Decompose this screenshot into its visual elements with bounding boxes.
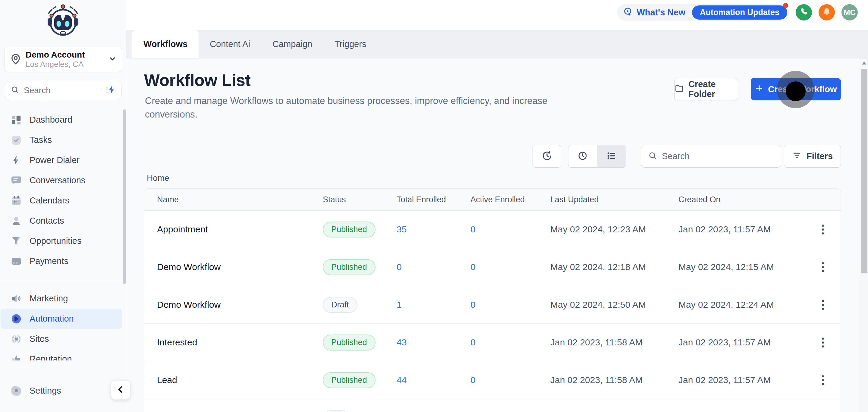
- list-view-toggle[interactable]: [597, 145, 626, 167]
- avatar[interactable]: MC: [841, 4, 858, 21]
- sidebar-item-payments[interactable]: Payments: [1, 251, 122, 271]
- workflow-row-demo-workflow[interactable]: Demo Workflow Draft 1 0 May 02 2024, 12:…: [144, 286, 841, 324]
- sidebar-item-dashboard[interactable]: Dashboard: [1, 110, 122, 130]
- breadcrumb[interactable]: Home: [147, 173, 169, 183]
- automation-updates-button[interactable]: Automation Updates: [692, 5, 787, 20]
- tab-label: Triggers: [335, 39, 366, 49]
- account-info: Demo Account Los Angeles, CA: [26, 50, 108, 69]
- tab-content-ai[interactable]: Content Ai: [198, 30, 261, 58]
- tab-workflows[interactable]: Workflows: [132, 30, 198, 58]
- active-enrolled-link[interactable]: 0: [470, 337, 475, 347]
- row-actions-menu[interactable]: [805, 222, 841, 237]
- tab-triggers[interactable]: Triggers: [323, 30, 377, 58]
- total-enrolled-link[interactable]: 35: [397, 224, 407, 234]
- top-header: What's New Automation Updates MC: [126, 0, 868, 30]
- clock-icon: [577, 150, 588, 162]
- created-on-value: Jan 02 2023, 11:57 AM: [675, 337, 802, 348]
- scrollbar-thumb[interactable]: [861, 69, 867, 273]
- partial-row-status-pill: [324, 410, 348, 412]
- create-folder-button[interactable]: Create Folder: [674, 78, 738, 100]
- sidebar-item-label: Opportunities: [30, 236, 82, 246]
- created-on-value: Jan 02 2023, 11:57 AM: [675, 224, 802, 234]
- opportunities-icon: [10, 235, 22, 247]
- sidebar: Demo Account Los Angeles, CA Dashboard T…: [0, 0, 126, 412]
- workflow-row-interested[interactable]: Interested Published 43 0 Jan 02 2023, 1…: [144, 324, 841, 361]
- workflow-search-input[interactable]: [662, 151, 774, 161]
- chevron-down-icon: [108, 54, 117, 64]
- workflow-name[interactable]: Demo Workflow: [144, 262, 320, 272]
- table-header-row: Name Status Total Enrolled Active Enroll…: [144, 189, 841, 211]
- workflow-name[interactable]: Interested: [144, 337, 320, 348]
- folder-icon: [675, 84, 684, 95]
- total-enrolled-link[interactable]: 43: [397, 337, 407, 347]
- sidebar-item-opportunities[interactable]: Opportunities: [1, 231, 122, 251]
- sidebar-item-label: Calendars: [30, 196, 69, 205]
- row-actions-menu[interactable]: [805, 372, 841, 388]
- sidebar-nav: Dashboard Tasks Power Dialer Conversatio…: [0, 110, 126, 360]
- search-icon: [648, 151, 658, 162]
- phone-icon: [799, 7, 809, 18]
- sidebar-item-label: Power Dialer: [30, 155, 80, 165]
- quick-actions-bolt-icon[interactable]: [105, 85, 116, 96]
- workflow-search[interactable]: [641, 145, 781, 167]
- workflow-name[interactable]: Appointment: [144, 224, 320, 234]
- workflow-name[interactable]: Demo Workflow: [144, 299, 320, 310]
- active-enrolled-link[interactable]: 0: [470, 224, 475, 234]
- calendars-icon: [10, 195, 22, 207]
- list-icon: [606, 150, 617, 162]
- notification-dot: [783, 3, 788, 8]
- sidebar-item-sites[interactable]: Sites: [1, 329, 122, 349]
- workflow-row-lead[interactable]: Lead Published 44 0 Jan 02 2023, 11:58 A…: [144, 361, 841, 399]
- workflow-row-demo-workflow[interactable]: Demo Workflow Published 0 0 May 02 2024,…: [144, 248, 841, 286]
- sidebar-item-tasks[interactable]: Tasks: [1, 130, 122, 150]
- recent-view-toggle[interactable]: [568, 145, 597, 167]
- total-enrolled-link[interactable]: 1: [397, 299, 402, 310]
- sidebar-item-label: Payments: [30, 256, 68, 266]
- sidebar-item-settings[interactable]: Settings: [10, 385, 61, 397]
- whats-new-button[interactable]: What's New Automation Updates: [617, 4, 789, 21]
- sidebar-item-conversations[interactable]: Conversations: [1, 170, 122, 190]
- last-updated-value: Jan 02 2023, 11:58 AM: [547, 375, 675, 385]
- enrollment-history-button[interactable]: [532, 145, 561, 167]
- sidebar-item-automation[interactable]: Automation: [1, 309, 122, 329]
- total-enrolled-link[interactable]: 0: [397, 262, 402, 272]
- sidebar-item-contacts[interactable]: Contacts: [1, 211, 122, 231]
- sidebar-search-input[interactable]: [24, 86, 105, 95]
- sidebar-item-power-dialer[interactable]: Power Dialer: [1, 150, 122, 170]
- click-indicator: [786, 82, 806, 101]
- workflow-name[interactable]: Lead: [144, 375, 320, 385]
- chevron-left-icon: [116, 384, 126, 396]
- sidebar-item-calendars[interactable]: Calendars: [1, 190, 122, 211]
- sidebar-item-marketing[interactable]: Marketing: [1, 288, 122, 309]
- account-switcher[interactable]: Demo Account Los Angeles, CA: [4, 47, 122, 72]
- active-enrolled-link[interactable]: 0: [470, 375, 475, 385]
- scrollbar-up-arrow[interactable]: [862, 62, 866, 64]
- sidebar-item-label: Sites: [30, 334, 49, 344]
- tab-campaign[interactable]: Campaign: [261, 30, 323, 58]
- page-scrollbar[interactable]: [860, 59, 868, 412]
- row-actions-menu[interactable]: [805, 335, 841, 350]
- row-actions-menu[interactable]: [805, 259, 841, 275]
- sites-icon: [10, 333, 22, 345]
- active-enrolled-link[interactable]: 0: [470, 299, 475, 310]
- sidebar-item-label: Contacts: [30, 216, 64, 226]
- total-enrolled-link[interactable]: 44: [397, 375, 407, 385]
- phone-button[interactable]: [796, 4, 812, 21]
- sidebar-search[interactable]: [5, 81, 122, 100]
- sidebar-item-reputation[interactable]: Reputation: [1, 349, 122, 360]
- column-last-updated: Last Updated: [547, 195, 675, 204]
- workflow-row-appointment[interactable]: Appointment Published 35 0 May 02 2024, …: [144, 211, 841, 248]
- notifications-button[interactable]: [818, 4, 835, 21]
- sidebar-scrollbar[interactable]: [123, 109, 126, 284]
- conversations-icon: [10, 175, 22, 187]
- automation-updates-label: Automation Updates: [700, 8, 779, 17]
- sidebar-item-label: Tasks: [30, 135, 52, 145]
- last-updated-value: May 02 2024, 12:18 AM: [547, 262, 675, 272]
- row-actions-menu[interactable]: [805, 297, 841, 313]
- status-badge: Published: [323, 335, 375, 350]
- filters-button[interactable]: Filters: [784, 145, 841, 167]
- account-location: Los Angeles, CA: [26, 60, 108, 69]
- active-enrolled-link[interactable]: 0: [470, 262, 475, 272]
- main-content: Workflow List Create and manage Workflow…: [126, 59, 860, 412]
- sidebar-collapse-button[interactable]: [111, 380, 130, 400]
